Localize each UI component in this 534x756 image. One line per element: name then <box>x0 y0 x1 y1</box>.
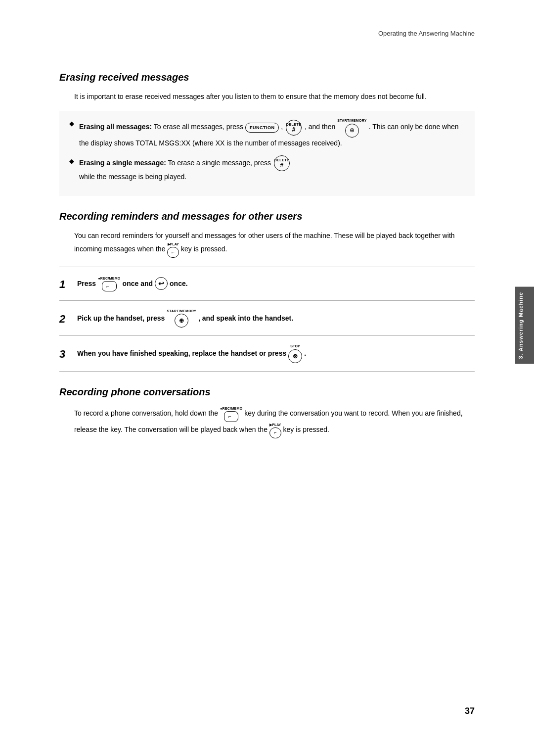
hash-symbol-2: # <box>280 162 284 168</box>
section-phone-conv-intro: To record a phone conversation, hold dow… <box>59 406 475 438</box>
step2-text2: , and speak into the handset. <box>198 313 293 324</box>
hash-key-circle: DELETE # <box>286 120 302 136</box>
step-1-content: Press ●REC/MEMO ⌐ once and ↩ once. <box>77 276 475 292</box>
rec-memo-top-1: ●REC/MEMO <box>98 276 120 282</box>
bullet-erase-all: ◆ Erasing all messages: To erase all mes… <box>69 118 465 148</box>
erase-all-text2: , and then <box>305 123 337 131</box>
section-erasing-title: Erasing received messages <box>59 72 475 83</box>
page-number: 37 <box>465 706 475 716</box>
rec-memo-body-1: ⌐ <box>102 281 116 291</box>
start-memory-body-1: ⊕ <box>345 124 359 138</box>
bullet-erase-all-content: Erasing all messages: To erase all messa… <box>79 118 465 148</box>
delete-label-2: DELETE <box>274 158 290 162</box>
stop-key-label: STOP <box>290 344 300 349</box>
comma-sep: , <box>281 123 285 131</box>
bullet-erase-single-content: Erasing a single message: To erase a sin… <box>79 155 291 182</box>
hook-key-1: ↩ <box>155 277 168 290</box>
side-tab: 3. Answering Machine <box>515 287 534 364</box>
step-3-number: 3 <box>59 345 77 362</box>
section-recording-title: Recording reminders and messages for oth… <box>59 211 475 222</box>
start-memory-body-2: ⊕ <box>175 314 188 328</box>
steps-container: 1 Press ●REC/MEMO ⌐ once and ↩ once. <box>59 267 475 372</box>
step3-text1: When you have finished speaking, replace… <box>77 348 286 359</box>
rec-memo-key-inline: ●REC/MEMO ⌐ <box>220 406 242 422</box>
step-2-content: Pick up the handset, press START/MEMORY … <box>77 309 475 328</box>
section-phone-conv: Recording phone conversations To record … <box>59 386 475 438</box>
recording-intro2: key is pressed. <box>181 245 227 253</box>
step2-text1: Pick up the handset, press <box>77 313 165 324</box>
hash-symbol: # <box>292 127 296 133</box>
section-erasing: Erasing received messages It is importan… <box>59 72 475 196</box>
erase-single-text2: while the message is being played. <box>79 173 186 181</box>
step-2-number: 2 <box>59 310 77 327</box>
step-1-number: 1 <box>59 275 77 292</box>
hash-key-circle-2: DELETE # <box>274 155 290 171</box>
start-memory-key-1: START/MEMORY ⊕ <box>337 118 367 137</box>
hash-delete-key-2: DELETE # <box>273 155 291 171</box>
play-body-inline-2: ⌐ <box>269 427 281 438</box>
step-1-row: 1 Press ●REC/MEMO ⌐ once and ↩ once. <box>59 267 475 301</box>
step1-text3: once. <box>170 279 188 289</box>
step-3-content: When you have finished speaking, replace… <box>77 344 475 363</box>
bullet-diamond-2: ◆ <box>69 156 74 167</box>
erase-all-text1: To erase all messages, press <box>154 123 245 131</box>
section-recording: Recording reminders and messages for oth… <box>59 211 475 372</box>
rec-memo-key-1: ●REC/MEMO ⌐ <box>98 276 120 292</box>
erasing-info-box: ◆ Erasing all messages: To erase all mes… <box>59 111 475 196</box>
bullet-diamond-1: ◆ <box>69 119 74 129</box>
side-tab-label: Answering Machine <box>518 292 524 351</box>
rec-memo-body-inline: ⌐ <box>224 411 238 422</box>
play-key-inline: ▶PLAY ⌐ <box>167 241 179 258</box>
hash-delete-key: DELETE # <box>285 120 303 136</box>
step1-text2: once and <box>123 279 153 289</box>
function-key: FUNCTION <box>245 123 279 133</box>
delete-label: DELETE <box>286 123 302 126</box>
section-recording-intro: You can record reminders for yourself an… <box>59 230 475 258</box>
bullet-erase-single: ◆ Erasing a single message: To erase a s… <box>69 155 465 182</box>
phone-conv-text1: To record a phone conversation, hold dow… <box>74 409 218 417</box>
main-content: Erasing received messages It is importan… <box>0 47 534 467</box>
play-key-label-inline: ▶PLAY <box>168 241 179 247</box>
recording-intro1: You can record reminders for yourself an… <box>74 232 455 253</box>
side-tab-number: 3. <box>518 353 524 359</box>
start-memory-label-1: START/MEMORY <box>337 118 367 123</box>
section-erasing-intro: It is important to erase received messag… <box>59 91 475 102</box>
step3-text2: . <box>304 348 306 359</box>
erase-all-label: Erasing all messages: <box>79 123 152 131</box>
play-label-inline-2: ▶PLAY <box>269 422 281 427</box>
step-2-row: 2 Pick up the handset, press START/MEMOR… <box>59 301 475 336</box>
erase-single-label: Erasing a single message: <box>79 159 166 167</box>
play-key-body-inline: ⌐ <box>167 247 179 258</box>
section-phone-conv-title: Recording phone conversations <box>59 386 475 398</box>
start-memory-label-2: START/MEMORY <box>167 309 196 314</box>
phone-conv-text3: key is pressed. <box>283 425 329 433</box>
page-header: Operating the Answering Machine <box>0 0 534 47</box>
step-3-row: 3 When you have finished speaking, repla… <box>59 336 475 372</box>
stop-key-body: ⊗ <box>288 349 302 363</box>
start-memory-key-2: START/MEMORY ⊕ <box>167 309 196 328</box>
rec-memo-top-inline: ●REC/MEMO <box>220 406 242 411</box>
erase-single-text1: To erase a single message, press <box>168 159 273 167</box>
stop-key-1: STOP ⊗ <box>288 344 302 363</box>
play-key-inline-2: ▶PLAY ⌐ <box>269 422 281 438</box>
step1-text1: Press <box>77 279 96 289</box>
